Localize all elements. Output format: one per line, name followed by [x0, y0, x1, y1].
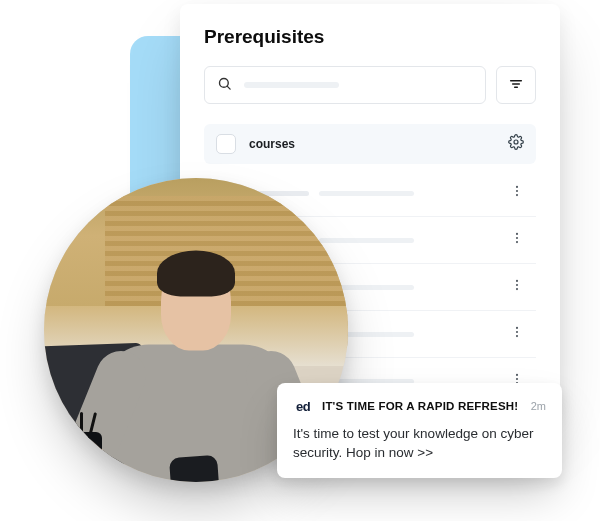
- svg-point-11: [516, 241, 518, 243]
- svg-point-9: [516, 233, 518, 235]
- svg-point-13: [516, 284, 518, 286]
- svg-point-17: [516, 335, 518, 337]
- svg-point-6: [516, 186, 518, 188]
- search-icon: [217, 76, 232, 95]
- select-all-checkbox[interactable]: [216, 134, 236, 154]
- gear-icon[interactable]: [508, 134, 524, 154]
- svg-point-10: [516, 237, 518, 239]
- svg-point-12: [516, 280, 518, 282]
- svg-point-7: [516, 190, 518, 192]
- app-icon: ed: [293, 396, 313, 416]
- svg-point-8: [516, 194, 518, 196]
- svg-line-1: [227, 86, 230, 89]
- notification-title: IT'S TIME FOR A RAPID REFRESH!: [322, 400, 522, 412]
- row-content: [249, 191, 414, 196]
- svg-point-15: [516, 327, 518, 329]
- svg-point-14: [516, 288, 518, 290]
- column-courses-label: courses: [249, 137, 295, 151]
- search-row: [204, 66, 536, 104]
- page-title: Prerequisites: [204, 26, 536, 48]
- row-menu-icon[interactable]: [510, 277, 524, 297]
- notification-time: 2m: [531, 400, 546, 412]
- filter-icon: [508, 76, 524, 95]
- svg-point-16: [516, 331, 518, 333]
- notification-card[interactable]: ed IT'S TIME FOR A RAPID REFRESH! 2m It'…: [277, 383, 562, 478]
- row-menu-icon[interactable]: [510, 324, 524, 344]
- search-input[interactable]: [204, 66, 486, 104]
- row-menu-icon[interactable]: [510, 183, 524, 203]
- notification-header: ed IT'S TIME FOR A RAPID REFRESH! 2m: [293, 396, 546, 416]
- svg-point-19: [516, 378, 518, 380]
- filter-button[interactable]: [496, 66, 536, 104]
- row-menu-icon[interactable]: [510, 230, 524, 250]
- notification-body: It's time to test your knowledge on cybe…: [293, 424, 546, 462]
- svg-point-5: [514, 140, 518, 144]
- list-header: courses: [204, 124, 536, 164]
- svg-point-18: [516, 374, 518, 376]
- search-placeholder: [244, 82, 339, 88]
